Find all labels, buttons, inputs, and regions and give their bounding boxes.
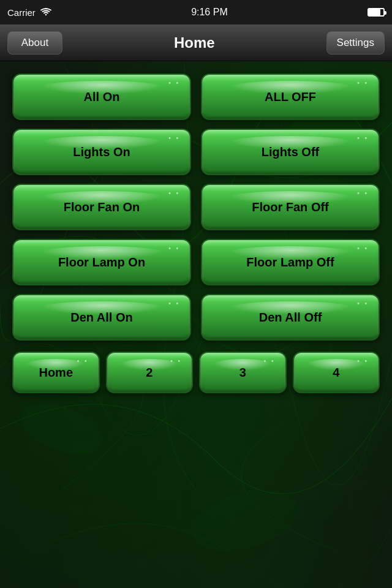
floor-lamp-off-button[interactable]: Floor Lamp Off — [201, 239, 380, 285]
settings-button[interactable]: Settings — [326, 31, 385, 55]
status-time: 9:16 PM — [191, 7, 228, 18]
svg-point-1 — [13, 394, 108, 464]
row-lights: Lights On Lights Off — [12, 129, 380, 175]
battery-icon — [368, 8, 385, 17]
main-content: All On ALL OFF Lights On Lights Off Floo… — [0, 61, 392, 588]
all-off-button[interactable]: ALL OFF — [201, 74, 380, 120]
floor-fan-on-button[interactable]: Floor Fan On — [12, 184, 191, 230]
den-all-off-button[interactable]: Den All Off — [201, 294, 380, 341]
status-bar: Carrier 9:16 PM — [0, 0, 392, 24]
tab-row: Home 2 3 4 — [12, 352, 380, 393]
floor-lamp-on-button[interactable]: Floor Lamp On — [12, 239, 191, 285]
all-on-button[interactable]: All On — [12, 74, 191, 120]
tab-home[interactable]: Home — [12, 352, 100, 393]
floor-fan-off-button[interactable]: Floor Fan Off — [201, 184, 380, 230]
svg-point-2 — [184, 480, 305, 562]
tab-2[interactable]: 2 — [106, 352, 194, 393]
carrier-label: Carrier — [7, 7, 36, 18]
row-floor-lamp: Floor Lamp On Floor Lamp Off — [12, 239, 380, 285]
status-left: Carrier — [7, 7, 51, 18]
nav-bar: About Home Settings — [0, 24, 392, 61]
page-title: Home — [62, 34, 326, 51]
row-all: All On ALL OFF — [12, 74, 380, 120]
lights-on-button[interactable]: Lights On — [12, 129, 191, 175]
row-den: Den All On Den All Off — [12, 294, 380, 341]
lights-off-button[interactable]: Lights Off — [201, 129, 380, 175]
den-all-on-button[interactable]: Den All On — [12, 294, 191, 341]
status-right — [368, 8, 385, 17]
row-floor-fan: Floor Fan On Floor Fan Off — [12, 184, 380, 230]
about-button[interactable]: About — [7, 31, 62, 55]
wifi-icon — [40, 7, 51, 18]
tab-3[interactable]: 3 — [199, 352, 287, 393]
tab-4[interactable]: 4 — [293, 352, 380, 393]
